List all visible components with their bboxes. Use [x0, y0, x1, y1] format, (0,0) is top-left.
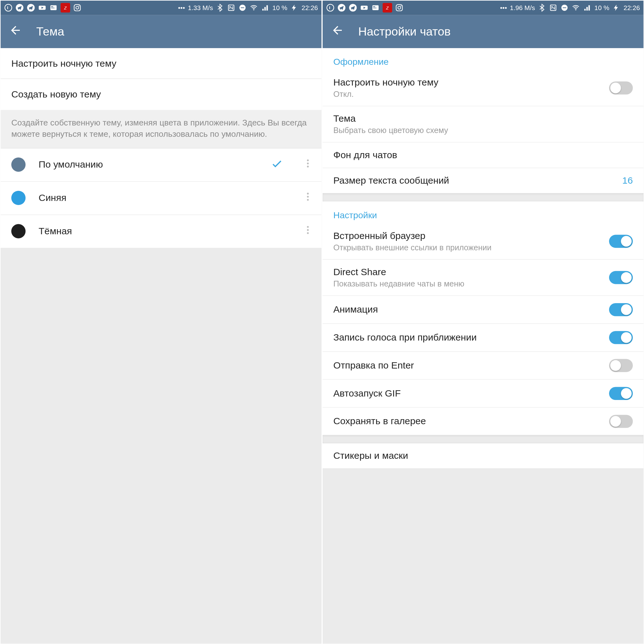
configure-night-theme-row[interactable]: Настроить ночную тему — [1, 48, 322, 79]
stickers-row[interactable]: Стикеры и маски — [323, 443, 644, 468]
svg-point-19 — [307, 199, 309, 201]
svg-point-15 — [307, 163, 309, 164]
svg-point-0 — [5, 4, 12, 11]
signal-icon — [261, 3, 269, 12]
signal-icon — [583, 3, 591, 12]
wifi-icon — [250, 3, 258, 12]
page-title: Настройки чатов — [358, 25, 451, 38]
bluetooth-icon — [538, 3, 546, 12]
charging-icon — [612, 3, 620, 12]
dnd-icon — [561, 3, 569, 12]
dnd-icon — [239, 3, 247, 12]
svg-point-8 — [76, 6, 79, 9]
row-label: Настроить ночную тему — [333, 77, 603, 88]
section-gap — [323, 193, 644, 201]
more-dots-icon: ••• — [178, 4, 185, 11]
more-dots-icon: ••• — [500, 4, 507, 11]
theme-option[interactable]: Тёмная — [1, 215, 322, 248]
svg-rect-12 — [241, 7, 244, 8]
row-sublabel: Откл. — [333, 90, 603, 98]
row-sublabel: Показывать недавние чаты в меню — [333, 279, 603, 288]
svg-rect-5 — [51, 6, 53, 7]
direct-share-toggle[interactable] — [609, 271, 633, 284]
autoplay-gif-row[interactable]: Автозапуск GIF — [323, 380, 644, 408]
theme-color-swatch — [11, 158, 25, 172]
section-gap — [323, 435, 644, 443]
nfc-icon — [549, 3, 558, 12]
svg-point-31 — [398, 6, 401, 9]
row-label: Отправка по Enter — [333, 360, 603, 371]
svg-rect-29 — [373, 8, 376, 8]
night-theme-row[interactable]: Настроить ночную тему Откл. — [323, 70, 644, 106]
row-label: Анимация — [333, 304, 603, 315]
section-settings: Настройки — [323, 202, 644, 224]
status-bar-right: Z ••• 1.96 M/s 10 % 22:26 — [323, 1, 644, 15]
theme-screen: Z ••• 1.33 M/s 10 % 22:26 — [0, 0, 322, 644]
youtube-icon — [360, 3, 368, 12]
status-bar-left: Z ••• 1.33 M/s 10 % 22:26 — [1, 1, 322, 15]
save-gallery-toggle[interactable] — [609, 415, 633, 428]
row-label: Стикеры и маски — [333, 451, 633, 461]
row-label: Создать новую тему — [11, 89, 101, 100]
row-label: Встроенный браузер — [333, 230, 603, 241]
more-icon[interactable] — [303, 158, 313, 171]
youtube-icon — [38, 3, 46, 12]
battery-pct: 10 % — [594, 4, 609, 11]
row-label: Сохранять в галерее — [333, 416, 603, 427]
save-gallery-row[interactable]: Сохранять в галерее — [323, 408, 644, 435]
svg-point-16 — [307, 166, 309, 168]
more-icon[interactable] — [303, 192, 313, 205]
back-icon[interactable] — [331, 24, 344, 39]
svg-point-23 — [327, 4, 334, 11]
hint-text: Создайте собственную тему, изменяя цвета… — [1, 110, 322, 148]
telegram-icon-2 — [27, 3, 35, 12]
theme-name: Тёмная — [39, 226, 258, 237]
app-icon: Z — [383, 3, 392, 12]
clock: 22:26 — [302, 4, 318, 11]
theme-name: По умолчанию — [39, 159, 258, 170]
tiktok-icon — [326, 3, 334, 12]
net-speed: 1.33 M/s — [188, 4, 213, 11]
net-speed: 1.96 M/s — [510, 4, 535, 11]
animation-row[interactable]: Анимация — [323, 296, 644, 324]
svg-point-32 — [401, 6, 402, 7]
create-new-theme-row[interactable]: Создать новую тему — [1, 79, 322, 110]
theme-option[interactable]: По умолчанию — [1, 148, 322, 182]
row-label: Настроить ночную тему — [11, 58, 116, 69]
svg-point-17 — [307, 193, 309, 195]
instagram-icon — [73, 3, 81, 12]
news-icon — [49, 3, 58, 12]
news-icon — [371, 3, 380, 12]
theme-name: Синяя — [39, 193, 258, 203]
row-sublabel: Выбрать свою цветовую схему — [333, 126, 633, 135]
direct-share-row[interactable]: Direct Share Показывать недавние чаты в … — [323, 260, 644, 296]
more-icon[interactable] — [303, 225, 313, 238]
row-label: Direct Share — [333, 267, 603, 278]
chat-background-row[interactable]: Фон для чатов — [323, 143, 644, 168]
builtin-browser-row[interactable]: Встроенный браузер Открывать внешние ссы… — [323, 224, 644, 260]
theme-color-swatch — [11, 191, 25, 205]
theme-row[interactable]: Тема Выбрать свою цветовую схему — [323, 106, 644, 142]
send-enter-toggle[interactable] — [609, 359, 633, 372]
voice-proximity-toggle[interactable] — [609, 331, 633, 344]
text-size-row[interactable]: Размер текста сообщений 16 — [323, 168, 644, 193]
text-size-value: 16 — [622, 175, 633, 186]
theme-list: По умолчаниюСиняяТёмная — [1, 148, 322, 248]
row-label: Размер текста сообщений — [333, 175, 616, 186]
tiktok-icon — [4, 3, 12, 12]
app-bar: Тема — [1, 15, 322, 48]
svg-point-20 — [307, 226, 309, 228]
autoplay-gif-toggle[interactable] — [609, 387, 633, 400]
voice-proximity-row[interactable]: Запись голоса при приближении — [323, 324, 644, 352]
page-title: Тема — [36, 25, 64, 38]
svg-point-22 — [307, 232, 309, 234]
check-icon — [270, 157, 284, 172]
bluetooth-icon — [216, 3, 224, 12]
section-design: Оформление — [323, 48, 644, 70]
send-enter-row[interactable]: Отправка по Enter — [323, 352, 644, 380]
builtin-browser-toggle[interactable] — [609, 235, 633, 248]
animation-toggle[interactable] — [609, 303, 633, 316]
back-icon[interactable] — [9, 24, 22, 39]
theme-option[interactable]: Синяя — [1, 182, 322, 215]
night-theme-toggle[interactable] — [609, 81, 633, 95]
